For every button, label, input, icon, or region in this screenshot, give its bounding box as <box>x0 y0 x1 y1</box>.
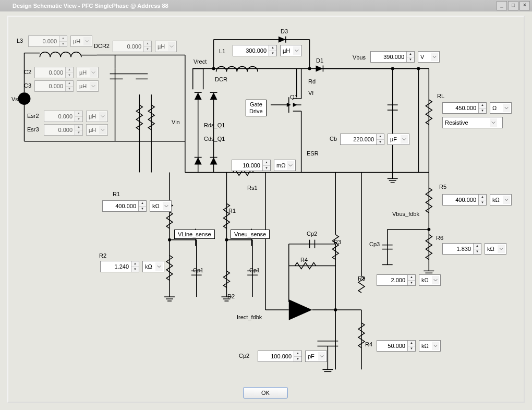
param-r2: ▲▼ kΩ <box>100 261 164 272</box>
param-r1: ▲▼ kΩ <box>102 200 172 212</box>
label-r5: R5 <box>439 184 446 190</box>
svg-point-108 <box>417 67 420 70</box>
minimize-button[interactable]: _ <box>497 1 507 10</box>
label-cp3: Cp3 <box>369 241 380 247</box>
label-cp2: Cp2 <box>307 231 317 237</box>
param-cb: ▲▼ µF <box>340 134 409 145</box>
l3-value[interactable] <box>29 36 59 46</box>
label-rd: Rd <box>308 78 316 85</box>
label-vbusfdbk: Vbus_fdbk <box>392 211 419 217</box>
label-r3b: R3 <box>358 275 365 282</box>
load-type-select[interactable]: Resistive <box>442 117 503 128</box>
rl-value[interactable] <box>443 103 478 113</box>
maximize-button[interactable]: □ <box>508 1 518 10</box>
r4-value[interactable] <box>377 341 407 351</box>
l1-value[interactable] <box>233 45 269 56</box>
param-rl: ▲▼ Ω <box>442 102 512 114</box>
vbus-value[interactable] <box>371 52 406 62</box>
label-esr3: Esr3 <box>27 126 39 132</box>
cp2-unit[interactable]: pF <box>305 351 327 362</box>
close-button[interactable]: × <box>519 1 530 10</box>
label-irectfdbk: Irect_fdbk <box>237 314 262 320</box>
app-icon <box>2 2 9 9</box>
label-cp2b: Cp2 <box>239 353 249 359</box>
param-load-type: Resistive <box>442 117 503 128</box>
param-rs1: ▲▼ mΩ <box>232 160 296 171</box>
label-dcr: DCR <box>215 76 227 82</box>
svg-marker-20 <box>210 158 217 165</box>
titlebar[interactable]: Design Schematic View - PFC SinglePhase … <box>0 0 532 11</box>
r5-unit[interactable]: kΩ <box>490 194 512 206</box>
r4-unit[interactable]: kΩ <box>419 340 441 352</box>
chevron-down-icon <box>83 37 91 45</box>
rs1-value[interactable] <box>232 160 262 171</box>
label-l3: L3 <box>17 38 23 44</box>
r5-value[interactable] <box>443 195 478 205</box>
label-r1: R1 <box>113 191 120 197</box>
cb-value[interactable] <box>341 134 376 144</box>
svg-marker-18 <box>195 158 202 165</box>
vbus-unit[interactable]: V <box>418 51 440 63</box>
schematic-canvas: L3 DCR2 C2 C3 Vs Esr2 Esr3 Vin Vrect L1 … <box>7 16 525 403</box>
r2-value[interactable] <box>101 261 131 272</box>
svg-point-105 <box>212 67 215 70</box>
svg-point-107 <box>391 67 394 70</box>
svg-marker-12 <box>195 92 202 100</box>
svg-point-110 <box>427 228 430 231</box>
svg-marker-36 <box>293 103 297 107</box>
label-cp1b: Cp1 <box>249 267 260 273</box>
label-vrect: Vrect <box>194 58 207 65</box>
rs1-unit[interactable]: mΩ <box>274 160 296 171</box>
spin-down-icon: ▼ <box>59 42 67 47</box>
r1-unit[interactable]: kΩ <box>150 200 172 212</box>
cb-unit[interactable]: µF <box>388 134 409 145</box>
label-cb: Cb <box>330 136 337 142</box>
param-r4: ▲▼ kΩ <box>377 340 441 352</box>
r3-unit[interactable]: kΩ <box>419 274 441 286</box>
r3-value[interactable] <box>377 275 407 285</box>
svg-point-0 <box>18 92 31 105</box>
label-r3a: R3 <box>334 239 341 245</box>
label-esr: ESR <box>307 150 319 156</box>
param-c3: ▲▼ µH <box>34 80 99 92</box>
label-dcr2: DCR2 <box>94 43 110 49</box>
gate-drive-block: Gate Drive <box>246 100 267 116</box>
dcr2-value[interactable] <box>113 41 143 52</box>
param-esr3: ▲▼ µH <box>44 124 108 136</box>
label-cp1a: Cp1 <box>193 267 203 273</box>
param-c2: ▲▼ µH <box>34 67 99 78</box>
svg-marker-40 <box>287 103 291 107</box>
param-vbus: ▲▼ V <box>370 51 440 63</box>
param-l3: ▲▼ µH <box>28 35 92 47</box>
label-rs1: Rs1 <box>247 185 258 191</box>
param-r5: ▲▼ kΩ <box>442 194 512 206</box>
label-l1: L1 <box>219 48 225 54</box>
param-r3: ▲▼ kΩ <box>377 274 441 286</box>
dcr2-unit[interactable]: µH <box>155 41 177 52</box>
r1-value[interactable] <box>103 201 138 211</box>
app-window: Design Schematic View - PFC SinglePhase … <box>0 0 532 410</box>
label-r2: R2 <box>99 252 106 259</box>
svg-point-111 <box>168 238 171 242</box>
ok-button[interactable]: OK <box>243 387 288 399</box>
r2-unit[interactable]: kΩ <box>142 261 164 272</box>
label-d3: D3 <box>281 28 288 34</box>
label-r4: R4 <box>365 341 372 347</box>
node-vline-sense: VLine_sense <box>174 230 215 239</box>
param-r6: ▲▼ kΩ <box>442 243 506 255</box>
label-c3: C3 <box>24 82 31 89</box>
r6-unit[interactable]: kΩ <box>485 243 506 255</box>
svg-point-112 <box>225 238 228 242</box>
label-q1: Q1 <box>290 94 298 100</box>
r6-value[interactable] <box>443 244 473 254</box>
rl-unit[interactable]: Ω <box>490 102 512 114</box>
label-r1b: R1 <box>228 208 236 214</box>
svg-point-106 <box>308 67 311 70</box>
label-vbus: Vbus <box>353 54 366 61</box>
param-l1: ▲▼ µH <box>233 45 302 56</box>
cp2-value[interactable] <box>258 351 294 361</box>
l1-unit[interactable]: µH <box>280 45 302 56</box>
spin-up-icon: ▲ <box>59 36 67 42</box>
svg-marker-28 <box>316 65 323 71</box>
l3-unit[interactable]: µH <box>70 35 92 47</box>
